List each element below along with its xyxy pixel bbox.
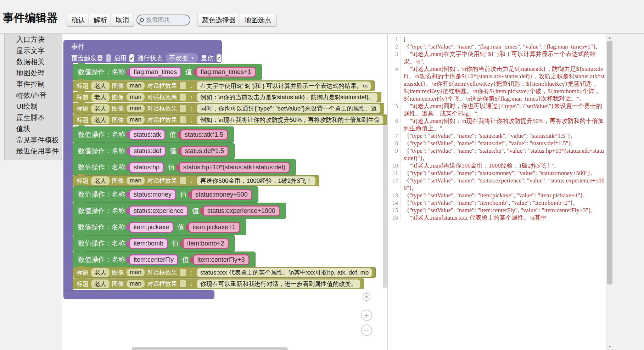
- pass-state-dropdown[interactable]: 不改变 ▼: [166, 53, 198, 63]
- image-chip[interactable]: man: [127, 269, 145, 276]
- image-chip[interactable]: man: [127, 280, 145, 288]
- map-pick-button[interactable]: 地图选点: [240, 14, 276, 27]
- toolbox-item-ui-draw[interactable]: UI绘制: [5, 101, 62, 112]
- speaker-chip[interactable]: 老人: [91, 176, 110, 185]
- toolbox-item-native-script[interactable]: 原生脚本: [5, 112, 62, 124]
- toolbox-item-map[interactable]: 地图处理: [5, 68, 62, 79]
- damage-checkbox[interactable]: ✓: [217, 54, 222, 62]
- event-block-title: 事件: [64, 40, 222, 51]
- toolbox-item-event-control[interactable]: 事件控制: [5, 79, 62, 90]
- code-line: 14 {"type": "setValue", "name": "item:bo…: [388, 199, 606, 207]
- image-chip[interactable]: man: [127, 105, 145, 112]
- speaker-chip[interactable]: 老人: [91, 93, 110, 102]
- value-chip[interactable]: item:bomb+2: [183, 238, 229, 249]
- image-chip[interactable]: man: [127, 177, 145, 185]
- name-chip[interactable]: status:money: [129, 189, 176, 200]
- block-text[interactable]: 标题 老人 图像 man 对话框效果 ： 再送你500金币，1000经验，1破2…: [73, 175, 319, 186]
- effect-field[interactable]: [180, 177, 186, 184]
- zoom-in-button[interactable]: +: [361, 310, 372, 321]
- text-field[interactable]: status:xxx 代表勇士的某个属性。\n其中xxx可取hp, atk, d…: [197, 268, 372, 277]
- image-chip[interactable]: man: [127, 82, 145, 90]
- value-chip[interactable]: item:pickaxe+1: [188, 222, 240, 233]
- scroll-down-arrow-icon[interactable]: ▼: [607, 344, 613, 350]
- speaker-chip[interactable]: 老人: [91, 104, 110, 113]
- block-setvalue[interactable]: 数值操作：名称 status:money 值 status:money+500: [73, 186, 258, 203]
- toolbox-item-value-blocks[interactable]: 值块: [5, 123, 62, 135]
- speaker-chip[interactable]: 老人: [91, 268, 110, 277]
- scrollbar-thumb[interactable]: [607, 41, 612, 284]
- name-chip[interactable]: status:hp: [129, 162, 164, 173]
- text-field[interactable]: 再送你500金币，1000经验，1破2炸3飞！: [197, 176, 315, 185]
- block-setvalue[interactable]: 数值操作：名称 item:bomb 值 item:bomb+2: [73, 235, 235, 252]
- code-line: 5 "\t[老人,man]同时，你也可以通过{\"type\": \"setVa…: [388, 102, 606, 117]
- blockly-workspace[interactable]: 事件 覆盖触发器 启用 ✓ 通行状态 不改变 ▼ 显伤 ✓ 数值操作：名称 fl…: [62, 34, 387, 350]
- block-setvalue[interactable]: 数值操作：名称 item:centerFly 值 item:centerFly+…: [73, 252, 256, 268]
- speaker-chip[interactable]: 老人: [91, 81, 110, 90]
- effect-field[interactable]: [180, 82, 186, 89]
- block-text[interactable]: 标题 老人 图像 man 对话框效果 ： 例如：\n现在我将让你的攻防提升50%…: [73, 114, 387, 125]
- workspace-vertical-scrollbar[interactable]: [383, 125, 387, 288]
- name-chip[interactable]: item:centerFly: [129, 254, 178, 265]
- name-chip[interactable]: item:bomb: [129, 238, 168, 249]
- toolbox-item-entry[interactable]: 入口方块: [5, 34, 62, 45]
- code-panel-scrollbar[interactable]: ▲ ▼: [606, 34, 613, 350]
- toolbox-item-templates[interactable]: 常见事件模板: [5, 135, 62, 146]
- recenter-button[interactable]: [361, 291, 372, 303]
- page-title: 事件编辑器: [3, 11, 58, 26]
- effect-field[interactable]: [180, 94, 186, 101]
- text-field[interactable]: 你现在可以重新和我进行对话，进一步看到属性值的改变。: [197, 280, 360, 288]
- toolbox-item-data[interactable]: 数据相关: [5, 56, 62, 68]
- value-chip[interactable]: status:experience+1000: [203, 205, 280, 216]
- block-setvalue[interactable]: 数值操作：名称 flag:man_times 值 flag:man_times+…: [73, 64, 262, 80]
- effect-field[interactable]: [180, 269, 186, 276]
- block-text[interactable]: 标题 老人 图像 man 对话框效果 ： 你现在可以重新和我进行对话，进一步看到…: [73, 278, 364, 289]
- block-search[interactable]: [136, 15, 190, 26]
- block-setvalue[interactable]: 数值操作：名称 status:experience 值 status:exper…: [73, 203, 286, 219]
- scroll-up-arrow-icon[interactable]: ▲: [607, 34, 613, 40]
- name-chip[interactable]: status:def: [129, 146, 166, 157]
- block-setvalue[interactable]: 数值操作：名称 status:def 值 status:def*1.5: [73, 143, 235, 159]
- block-setvalue[interactable]: 数值操作：名称 status:atk 值 status:atk*1.5: [73, 126, 234, 143]
- zoom-out-button[interactable]: −: [361, 324, 372, 336]
- toolbox-item-recent[interactable]: 最近使用事件: [5, 146, 62, 157]
- speaker-chip[interactable]: 老人: [91, 115, 110, 124]
- name-chip[interactable]: status:atk: [129, 129, 166, 140]
- text-field[interactable]: 在文字中使用${' ${ '}和 } 可以计算并显示一个表达式的结果。\n: [197, 81, 371, 90]
- block-setvalue[interactable]: 数值操作：名称 item:pickaxe 值 item:pickaxe+1: [73, 219, 246, 235]
- block-text[interactable]: 标题 老人 图像 man 对话框效果 ： status:xxx 代表勇士的某个属…: [73, 267, 376, 278]
- image-chip[interactable]: man: [127, 93, 145, 101]
- text-field[interactable]: 同时，你也可以通过{"type": "setValue"}来设置一个勇士的属性、…: [197, 104, 380, 113]
- effect-field[interactable]: [180, 280, 186, 287]
- toolbox-item-show-text[interactable]: 显示文字: [5, 45, 62, 57]
- value-chip[interactable]: item:centerFly+3: [193, 254, 250, 265]
- effect-field[interactable]: [180, 105, 186, 112]
- speaker-chip[interactable]: 老人: [91, 280, 110, 288]
- block-text[interactable]: 标题 老人 图像 man 对话框效果 ： 例如：\n你的当前攻击力是${stat…: [73, 92, 381, 102]
- parse-button[interactable]: 解析: [89, 14, 112, 27]
- text-field[interactable]: 例如：\n现在我将让你的攻防提升50%，再将攻防和的十倍加到生命: [197, 115, 383, 124]
- enable-checkbox[interactable]: ✓: [129, 54, 134, 62]
- image-chip[interactable]: man: [127, 116, 145, 124]
- text-field[interactable]: 例如：\n你的当前攻击力是${status:atk}，防御力是${status:…: [197, 93, 377, 102]
- value-chip[interactable]: status:money+500: [191, 189, 252, 200]
- name-chip[interactable]: item:pickaxe: [129, 222, 174, 233]
- workspace-horizontal-scrollbar[interactable]: [132, 347, 288, 350]
- trigger-checkbox[interactable]: [106, 54, 111, 62]
- toolbox-item-fx-sound[interactable]: 特效/声音: [5, 90, 62, 101]
- value-chip[interactable]: flag:man_times+1: [196, 67, 256, 78]
- value-chip[interactable]: status:atk*1.5: [180, 129, 228, 140]
- confirm-button[interactable]: 确认: [67, 14, 90, 27]
- event-json-editor[interactable]: 1[ 2 {"type": "setValue", "name": "flag:…: [387, 34, 606, 350]
- name-chip[interactable]: status:experience: [129, 205, 188, 216]
- cancel-button[interactable]: 取消: [111, 14, 134, 27]
- value-chip[interactable]: status:def*1.5: [180, 146, 229, 157]
- block-setvalue[interactable]: 数值操作：名称 status:hp 值 status:hp+10*(status…: [73, 159, 296, 175]
- block-text[interactable]: 标题 老人 图像 man 对话框效果 ： 同时，你也可以通过{"type": "…: [73, 103, 384, 114]
- color-picker-button[interactable]: 颜色选择器: [197, 14, 241, 27]
- search-input[interactable]: [146, 17, 185, 24]
- effect-field[interactable]: [180, 116, 186, 123]
- event-block-header[interactable]: 事件 覆盖触发器 启用 ✓ 通行状态 不改变 ▼ 显伤 ✓: [63, 40, 222, 63]
- name-chip[interactable]: flag:man_times: [129, 67, 181, 78]
- value-chip[interactable]: status:hp+10*(status:atk+status:def): [179, 162, 290, 173]
- block-text[interactable]: 标题 老人 图像 man 对话框效果 ： 在文字中使用${' ${ '}和 } …: [73, 80, 375, 91]
